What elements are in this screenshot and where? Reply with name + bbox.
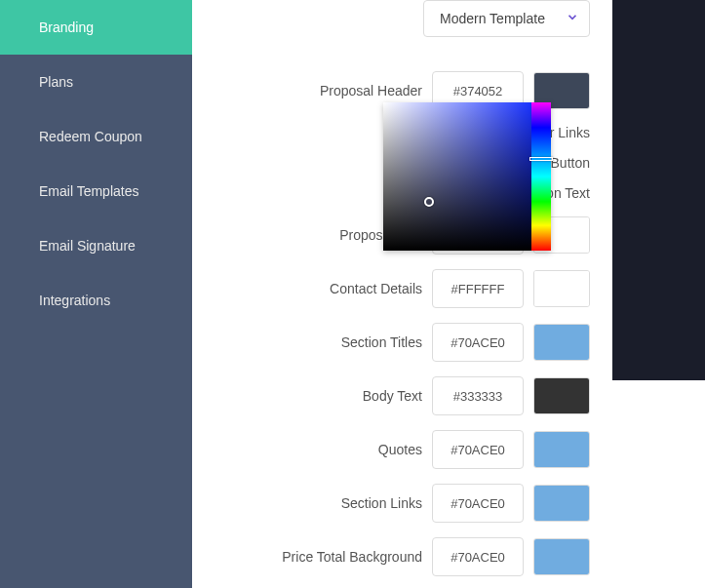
quotes-swatch[interactable] (533, 431, 590, 468)
proposal-header-label: Proposal Header (320, 83, 422, 98)
section-titles-input[interactable] (432, 323, 524, 362)
color-picker (383, 102, 551, 251)
quotes-label: Quotes (378, 442, 422, 457)
sv-cursor[interactable] (424, 197, 434, 207)
section-titles-swatch[interactable] (533, 324, 590, 361)
sidebar-item-plans[interactable]: Plans (0, 55, 192, 109)
section-links-input[interactable] (432, 484, 524, 523)
contact-details-input[interactable] (432, 269, 524, 308)
sidebar: Branding Plans Redeem Coupon Email Templ… (0, 0, 192, 588)
body-text-swatch[interactable] (533, 377, 590, 414)
quotes-input[interactable] (432, 430, 524, 469)
hue-slider[interactable] (531, 102, 551, 251)
price-total-background-input[interactable] (432, 537, 524, 576)
background-panel (612, 0, 705, 380)
body-text-input[interactable] (432, 376, 524, 415)
section-links-label: Section Links (341, 495, 422, 511)
sidebar-item-integrations[interactable]: Integrations (0, 273, 192, 328)
saturation-value-panel[interactable] (383, 102, 531, 251)
body-text-label: Body Text (363, 388, 422, 404)
sidebar-item-email-templates[interactable]: Email Templates (0, 164, 192, 218)
contact-details-swatch[interactable] (533, 270, 590, 307)
section-titles-label: Section Titles (341, 334, 422, 350)
template-select[interactable]: Modern Template (423, 0, 590, 37)
section-links-swatch[interactable] (533, 485, 590, 522)
price-total-background-swatch[interactable] (533, 538, 590, 575)
sidebar-item-redeem-coupon[interactable]: Redeem Coupon (0, 109, 192, 164)
chevron-down-icon (566, 11, 579, 27)
sidebar-item-branding[interactable]: Branding (0, 0, 192, 55)
template-select-value: Modern Template (440, 11, 545, 26)
contact-details-label: Contact Details (330, 281, 422, 296)
price-total-background-label: Price Total Background (282, 549, 422, 565)
hue-cursor[interactable] (529, 157, 553, 161)
sidebar-item-email-signature[interactable]: Email Signature (0, 218, 192, 273)
